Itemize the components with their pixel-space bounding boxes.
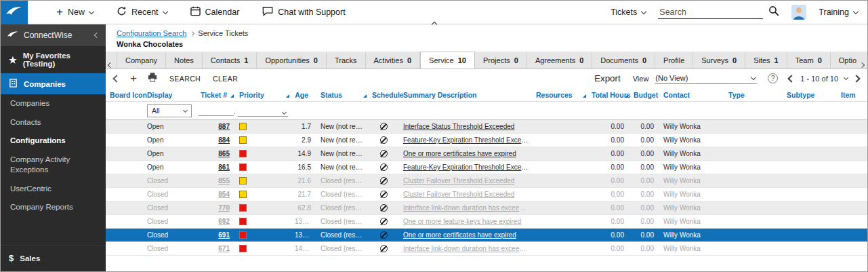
- recent-button[interactable]: Recent: [117, 6, 167, 18]
- column-header-subtype[interactable]: Subtype: [783, 88, 837, 102]
- sidebar-item-contacts[interactable]: Contacts: [1, 113, 106, 132]
- column-header-status[interactable]: Status: [316, 88, 368, 102]
- ticket-row-865[interactable]: Open86514.9New (not resp...One or more c…: [106, 147, 867, 161]
- collapse-topbar-chevron[interactable]: [432, 17, 436, 29]
- tab-agreements[interactable]: Agreements0: [527, 52, 592, 69]
- summary-link[interactable]: Cluster Failover Threshold Exceeded: [403, 177, 514, 184]
- sidebar-item-usercentric[interactable]: UserCentric: [1, 180, 106, 199]
- export-button[interactable]: Export: [594, 73, 621, 83]
- summary-link[interactable]: Feature-Key Expiration Threshold Exceede…: [403, 163, 532, 171]
- tabs-scroll-left[interactable]: [108, 58, 112, 70]
- priority-filter-select[interactable]: [238, 105, 288, 117]
- tab-options[interactable]: Options: [831, 52, 856, 69]
- ticket-row-691[interactable]: Closed691136.9Closed (resolv...One or mo…: [106, 229, 867, 242]
- user-avatar[interactable]: [791, 5, 806, 20]
- summary-link[interactable]: Cluster Failover Threshold Exceeded: [403, 191, 514, 198]
- tab-contacts[interactable]: Contacts1: [203, 52, 257, 69]
- tab-team[interactable]: Team0: [787, 52, 831, 69]
- column-header-summary[interactable]: Summary Description: [399, 88, 532, 102]
- sidebar-item-configurations[interactable]: Configurations: [1, 132, 106, 151]
- summary-link[interactable]: Feature-Key Expiration Threshold Exceede…: [403, 136, 532, 144]
- column-header-priority[interactable]: Priority: [235, 88, 291, 102]
- search-input[interactable]: [658, 6, 763, 19]
- ticket-row-770[interactable]: Closed77062.8Closed (resolv...Interface …: [106, 201, 867, 215]
- column-label: Board Icon: [110, 91, 147, 99]
- column-header-display[interactable]: Display: [143, 88, 196, 102]
- user-menu[interactable]: Training: [819, 7, 858, 17]
- tab-activities[interactable]: Activities0: [366, 52, 421, 69]
- ticket-number-link[interactable]: 884: [218, 136, 230, 144]
- ticket-number-link[interactable]: 865: [218, 150, 230, 157]
- tab-company[interactable]: Company: [117, 52, 166, 69]
- print-button[interactable]: [148, 73, 157, 84]
- help-icon[interactable]: ?: [768, 73, 778, 83]
- page-size-dropdown-icon[interactable]: [844, 75, 848, 80]
- column-header-schedule[interactable]: Schedule: [368, 88, 399, 102]
- ticket-number-link[interactable]: 861: [218, 163, 230, 171]
- column-header-board_icon[interactable]: Board Icon: [106, 88, 143, 102]
- chat-with-support-button[interactable]: Chat with Support: [262, 6, 345, 18]
- tab-tracks[interactable]: Tracks: [327, 52, 366, 69]
- sidebar-item-company-reports[interactable]: Company Reports: [1, 198, 106, 217]
- sidebar-item-my-favorites[interactable]: ★ My Favorites (Testing): [1, 46, 106, 73]
- connectwise-logo[interactable]: [1, 1, 28, 24]
- ticket-row-884[interactable]: Open8842.9New (not resp...Feature-Key Ex…: [106, 134, 867, 147]
- ticket-number-link[interactable]: 887: [218, 123, 230, 130]
- ticket-number-link[interactable]: 854: [218, 191, 230, 198]
- ticket-row-692[interactable]: Closed692136.9Closed (resolv...One or mo…: [106, 215, 867, 229]
- search-button[interactable]: SEARCH: [169, 75, 201, 83]
- tickets-scope-dropdown[interactable]: Tickets: [611, 7, 646, 17]
- new-button[interactable]: + New: [56, 7, 94, 18]
- sidebar-item-sales[interactable]: $ Sales: [1, 246, 106, 271]
- tabs-scroll-right[interactable]: [860, 58, 864, 70]
- ticket-row-854[interactable]: Closed85421.7Closed (resolv...Cluster Fa…: [106, 188, 867, 201]
- summary-link[interactable]: One or more certificates have expired: [403, 150, 516, 157]
- add-ticket-button[interactable]: +: [130, 73, 137, 84]
- tab-opportunities[interactable]: Opportunities0: [257, 52, 327, 69]
- ticket-row-861[interactable]: Open86116.5New (not resp...Feature-Key E…: [106, 161, 867, 174]
- ticket-row-855[interactable]: Closed85521.6Closed (resolv...Cluster Fa…: [106, 174, 867, 188]
- ticket-number-link[interactable]: 770: [218, 204, 230, 212]
- search-icon[interactable]: [768, 5, 779, 19]
- breadcrumb-parent-link[interactable]: Configuration Search: [117, 29, 186, 37]
- ticket-number-link[interactable]: 671: [218, 245, 230, 252]
- column-header-ticket[interactable]: Ticket #: [196, 88, 235, 102]
- sidebar-item-company-activity-exceptions[interactable]: Company Activity Exceptions: [1, 151, 106, 180]
- prev-page-button[interactable]: [788, 75, 795, 82]
- tab-documents[interactable]: Documents0: [592, 52, 655, 69]
- column-header-budget[interactable]: Budget: [629, 88, 659, 102]
- tab-surveys[interactable]: Surveys0: [693, 52, 745, 69]
- view-select[interactable]: (No View): [655, 73, 757, 84]
- summary-link[interactable]: Interface Status Threshold Exceeded: [403, 123, 514, 130]
- ticket-number-link[interactable]: 855: [218, 177, 230, 184]
- display-filter-select[interactable]: All: [147, 104, 192, 117]
- ticket-number-link[interactable]: 691: [218, 231, 230, 239]
- back-button[interactable]: [114, 76, 119, 81]
- column-header-item[interactable]: Item: [837, 88, 867, 102]
- column-header-total_hours[interactable]: Total Hours: [587, 88, 629, 102]
- ticket-filter-input[interactable]: [199, 105, 234, 116]
- ticket-row-887[interactable]: Open8871.7New (not resp...Interface Stat…: [106, 120, 867, 134]
- summary-link[interactable]: Interface link-down duration has exceede…: [403, 245, 532, 252]
- next-page-button[interactable]: [852, 75, 860, 82]
- tab-projects[interactable]: Projects0: [475, 52, 527, 69]
- ticket-row-671[interactable]: Closed671141.7Closed (resolv...Interface…: [106, 242, 867, 256]
- summary-link[interactable]: One or more feature-keys have expired: [403, 218, 521, 225]
- summary-link[interactable]: One or more certificates have expired: [403, 231, 516, 239]
- sidebar-header[interactable]: ConnectWise: [1, 24, 106, 46]
- sidebar-item-companies[interactable]: Companies: [1, 94, 106, 113]
- tab-notes[interactable]: Notes: [166, 52, 203, 69]
- column-header-resources[interactable]: Resources: [532, 88, 587, 102]
- collapse-sidebar-icon[interactable]: [94, 33, 100, 38]
- sidebar-item-companies[interactable]: Companies: [1, 73, 106, 94]
- tab-service[interactable]: Service10: [420, 52, 475, 69]
- tab-profile[interactable]: Profile: [655, 52, 693, 69]
- column-header-age[interactable]: Age: [291, 88, 316, 102]
- clear-button[interactable]: CLEAR: [213, 75, 238, 83]
- calendar-button[interactable]: Calendar: [190, 6, 240, 18]
- tab-sites[interactable]: Sites1: [745, 52, 787, 69]
- summary-link[interactable]: Interface link-down duration has exceede…: [403, 204, 532, 212]
- column-header-contact[interactable]: Contact: [659, 88, 724, 102]
- ticket-number-link[interactable]: 692: [218, 218, 230, 225]
- column-header-type[interactable]: Type: [724, 88, 783, 102]
